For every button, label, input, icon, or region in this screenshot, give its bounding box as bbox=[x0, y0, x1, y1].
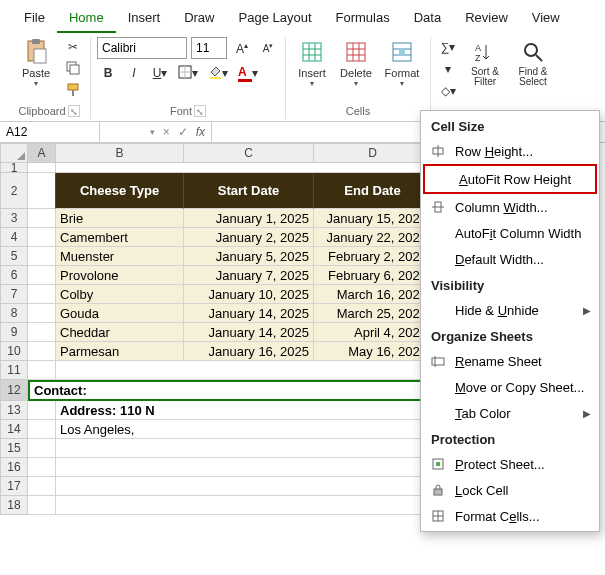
cell[interactable]: May 16, 2025 bbox=[314, 342, 432, 361]
menu-lock-cell[interactable]: Lock Cell bbox=[421, 477, 599, 503]
name-box-input[interactable] bbox=[6, 125, 93, 139]
column-header-C[interactable]: C bbox=[184, 143, 314, 163]
cell[interactable]: January 10, 2025 bbox=[184, 285, 314, 304]
menu-format-cells[interactable]: Format Cells... bbox=[421, 503, 599, 529]
cell[interactable] bbox=[28, 496, 56, 515]
cell[interactable] bbox=[56, 496, 454, 515]
cell[interactable]: January 2, 2025 bbox=[184, 228, 314, 247]
cell[interactable] bbox=[56, 439, 454, 458]
cell[interactable]: March 16, 2025 bbox=[314, 285, 432, 304]
tab-formulas[interactable]: Formulas bbox=[324, 6, 402, 33]
cell[interactable] bbox=[28, 458, 56, 477]
paste-button[interactable]: Paste ▾ bbox=[14, 37, 58, 99]
underline-button[interactable]: U▾ bbox=[149, 63, 171, 83]
select-all-button[interactable] bbox=[0, 143, 28, 163]
tab-view[interactable]: View bbox=[520, 6, 572, 33]
cell[interactable]: Muenster bbox=[56, 247, 184, 266]
active-cell[interactable]: Contact: bbox=[28, 380, 454, 401]
cell[interactable]: March 25, 2025 bbox=[314, 304, 432, 323]
cell[interactable]: January 5, 2025 bbox=[184, 247, 314, 266]
cell[interactable]: January 22, 2025 bbox=[314, 228, 432, 247]
cell[interactable] bbox=[28, 439, 56, 458]
increase-font-button[interactable]: A▴ bbox=[231, 38, 253, 58]
delete-cells-button[interactable]: Delete▾ bbox=[336, 37, 376, 99]
cell[interactable]: January 16, 2025 bbox=[184, 342, 314, 361]
cell[interactable]: Camembert bbox=[56, 228, 184, 247]
insert-cells-button[interactable]: Insert▾ bbox=[292, 37, 332, 99]
menu-move-copy-sheet[interactable]: Move or Copy Sheet... bbox=[421, 374, 599, 400]
table-header-cell[interactable]: Start Date bbox=[184, 173, 314, 209]
bold-button[interactable]: B bbox=[97, 63, 119, 83]
menu-autofit-row-height[interactable]: AutoFit Row Height bbox=[423, 164, 597, 194]
menu-default-width[interactable]: Default Width... bbox=[421, 246, 599, 272]
sort-filter-button[interactable]: AZ Sort & Filter bbox=[463, 37, 507, 99]
cell[interactable]: February 2, 2025 bbox=[314, 247, 432, 266]
fill-color-button[interactable]: ▾ bbox=[205, 63, 231, 83]
cell[interactable]: April 4, 2025 bbox=[314, 323, 432, 342]
menu-row-height[interactable]: Row Height... bbox=[421, 138, 599, 164]
menu-section-organize: Organize Sheets bbox=[421, 323, 599, 348]
cell[interactable]: Cheddar bbox=[56, 323, 184, 342]
cell[interactable]: Gouda bbox=[56, 304, 184, 323]
enter-icon[interactable]: ✓ bbox=[178, 125, 188, 139]
cut-button[interactable]: ✂ bbox=[62, 37, 84, 57]
column-header-B[interactable]: B bbox=[56, 143, 184, 163]
tab-file[interactable]: File bbox=[12, 6, 57, 33]
cell[interactable] bbox=[56, 477, 454, 496]
menu-tab-color[interactable]: Tab Color ▶ bbox=[421, 400, 599, 426]
cell[interactable] bbox=[28, 420, 56, 439]
autosum-button[interactable]: ∑ ▾ bbox=[437, 37, 459, 57]
cell[interactable]: February 6, 2025 bbox=[314, 266, 432, 285]
cell[interactable]: Address: 110 N bbox=[56, 401, 454, 420]
dialog-launcher-icon[interactable]: ⤡ bbox=[194, 105, 206, 117]
border-button[interactable]: ▾ bbox=[175, 63, 201, 83]
cell[interactable]: January 14, 2025 bbox=[184, 304, 314, 323]
column-header-D[interactable]: D bbox=[314, 143, 432, 163]
chevron-down-icon[interactable]: ▾ bbox=[150, 127, 155, 137]
table-header-cell[interactable]: End Date bbox=[314, 173, 432, 209]
cell[interactable] bbox=[56, 458, 454, 477]
cell[interactable]: January 14, 2025 bbox=[184, 323, 314, 342]
menu-hide-unhide[interactable]: Hide & Unhide ▶ bbox=[421, 297, 599, 323]
italic-button[interactable]: I bbox=[123, 63, 145, 83]
cell[interactable]: Colby bbox=[56, 285, 184, 304]
clear-button[interactable]: ◇ ▾ bbox=[437, 81, 459, 101]
dialog-launcher-icon[interactable]: ⤡ bbox=[68, 105, 80, 117]
cell[interactable] bbox=[56, 361, 454, 380]
font-name-input[interactable] bbox=[97, 37, 187, 59]
cell[interactable]: January 7, 2025 bbox=[184, 266, 314, 285]
tab-insert[interactable]: Insert bbox=[116, 6, 173, 33]
cell[interactable] bbox=[28, 477, 56, 496]
font-color-button[interactable]: A▾ bbox=[235, 63, 261, 83]
cell[interactable]: Brie bbox=[56, 209, 184, 228]
cell[interactable]: January 1, 2025 bbox=[184, 209, 314, 228]
tab-draw[interactable]: Draw bbox=[172, 6, 226, 33]
cell[interactable]: Parmesan bbox=[56, 342, 184, 361]
column-header-A[interactable]: A bbox=[28, 143, 56, 163]
tab-home[interactable]: Home bbox=[57, 6, 116, 33]
decrease-font-button[interactable]: A▾ bbox=[257, 38, 279, 58]
cell[interactable]: January 15, 2025 bbox=[314, 209, 432, 228]
cell[interactable]: Provolone bbox=[56, 266, 184, 285]
tab-review[interactable]: Review bbox=[453, 6, 520, 33]
copy-button[interactable] bbox=[62, 59, 84, 79]
table-header-cell[interactable]: Cheese Type bbox=[56, 173, 184, 209]
cell[interactable]: Los Angeles, bbox=[56, 420, 454, 439]
fx-icon[interactable]: fx bbox=[196, 125, 205, 139]
tab-page-layout[interactable]: Page Layout bbox=[227, 6, 324, 33]
name-box[interactable] bbox=[0, 122, 100, 142]
format-cells-button[interactable]: Format▾ bbox=[380, 37, 424, 99]
fill-button[interactable]: ▾ bbox=[437, 59, 459, 79]
find-select-button[interactable]: Find & Select bbox=[511, 37, 555, 99]
cell[interactable] bbox=[28, 401, 56, 420]
font-size-input[interactable] bbox=[191, 37, 227, 59]
format-painter-button[interactable] bbox=[62, 81, 84, 101]
cancel-icon[interactable]: × bbox=[163, 125, 170, 139]
menu-rename-sheet[interactable]: Rename Sheet bbox=[421, 348, 599, 374]
menu-autofit-column-width[interactable]: AutoFit Column Width bbox=[421, 220, 599, 246]
format-cells-icon bbox=[429, 508, 447, 524]
menu-column-width[interactable]: Column Width... bbox=[421, 194, 599, 220]
cell[interactable] bbox=[28, 361, 56, 380]
menu-protect-sheet[interactable]: Protect Sheet... bbox=[421, 451, 599, 477]
tab-data[interactable]: Data bbox=[402, 6, 453, 33]
